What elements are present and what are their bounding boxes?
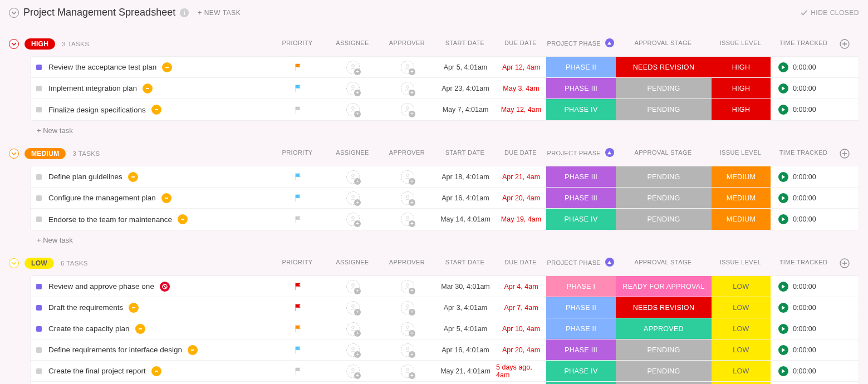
- assignee-placeholder-icon[interactable]: [346, 191, 360, 205]
- issue-level-cell[interactable]: LOW: [712, 361, 771, 381]
- header-assignee[interactable]: ASSIGNEE: [325, 149, 380, 156]
- new-task-row[interactable]: + New task: [9, 230, 859, 244]
- priority-flag-icon[interactable]: [270, 339, 326, 360]
- time-tracked-cell[interactable]: 0:00:00: [771, 339, 837, 360]
- approver-placeholder-icon[interactable]: [401, 213, 414, 226]
- priority-flag-icon[interactable]: [270, 209, 326, 230]
- project-phase-cell[interactable]: PHASE IV: [546, 361, 616, 381]
- priority-flag-icon[interactable]: [270, 297, 326, 318]
- approval-stage-cell[interactable]: PENDING: [616, 78, 712, 99]
- hide-closed-button[interactable]: HIDE CLOSED: [801, 9, 859, 17]
- info-icon[interactable]: i: [180, 8, 189, 17]
- time-tracked-cell[interactable]: 0:00:00: [771, 99, 837, 120]
- approver-cell[interactable]: [380, 166, 435, 187]
- header-time-tracked[interactable]: TIME TRACKED: [770, 259, 837, 265]
- due-date-cell[interactable]: Apr 12, 4am: [496, 57, 546, 77]
- time-tracked-cell[interactable]: 0:00:00: [771, 318, 837, 339]
- header-priority[interactable]: PRIORITY: [269, 259, 325, 265]
- header-start-date[interactable]: START DATE: [434, 40, 496, 46]
- play-icon[interactable]: [778, 62, 788, 72]
- time-tracked-cell[interactable]: 0:00:00: [771, 57, 837, 77]
- status-square-icon[interactable]: [36, 86, 42, 91]
- due-date-cell[interactable]: May 3, 4am: [496, 78, 546, 99]
- header-issue-level[interactable]: ISSUE LEVEL: [711, 259, 770, 265]
- header-due-date[interactable]: DUE DATE: [496, 40, 546, 46]
- priority-flag-icon[interactable]: [270, 166, 326, 187]
- assignee-placeholder-icon[interactable]: [346, 322, 360, 336]
- task-row[interactable]: Endorse to the team for maintenance May …: [31, 209, 859, 230]
- task-row[interactable]: Configure the management plan Apr 16, 4:…: [31, 188, 859, 209]
- time-tracked-cell[interactable]: 0:00:00: [771, 297, 837, 318]
- approval-stage-cell[interactable]: PENDING: [616, 99, 712, 120]
- start-date-cell[interactable]: Apr 16, 4:01am: [435, 188, 496, 208]
- task-row[interactable]: Review and approve phase one Mar 30, 4:0…: [31, 276, 859, 297]
- play-icon[interactable]: [778, 345, 788, 355]
- project-phase-cell[interactable]: PHASE II: [546, 297, 616, 318]
- header-approver[interactable]: APPROVER: [380, 259, 434, 265]
- play-icon[interactable]: [778, 214, 788, 224]
- assignee-placeholder-icon[interactable]: [346, 213, 360, 226]
- approval-stage-cell[interactable]: NEEDS REVISION: [616, 57, 712, 77]
- status-square-icon[interactable]: [36, 174, 42, 180]
- start-date-cell[interactable]: May 7, 4:01am: [435, 99, 496, 120]
- collapse-all-icon[interactable]: [9, 8, 19, 18]
- header-start-date[interactable]: START DATE: [434, 149, 496, 156]
- task-row[interactable]: Finalize design specifications May 7, 4:…: [31, 99, 859, 120]
- project-phase-cell[interactable]: PHASE II: [546, 318, 616, 339]
- approval-stage-cell[interactable]: PENDING: [616, 166, 712, 187]
- header-assignee[interactable]: ASSIGNEE: [325, 40, 380, 46]
- issue-level-cell[interactable]: LOW: [712, 382, 771, 384]
- header-time-tracked[interactable]: TIME TRACKED: [770, 40, 837, 46]
- approver-placeholder-icon[interactable]: [401, 301, 414, 314]
- header-time-tracked[interactable]: TIME TRACKED: [770, 149, 837, 156]
- project-phase-cell[interactable]: PHASE III: [546, 78, 616, 99]
- issue-level-cell[interactable]: HIGH: [712, 99, 771, 120]
- approver-cell[interactable]: [380, 318, 435, 339]
- minus-bubble-icon[interactable]: [151, 105, 161, 115]
- header-assignee[interactable]: ASSIGNEE: [325, 259, 380, 265]
- due-date-cell[interactable]: May 12, 4am: [496, 99, 546, 120]
- start-date-cell[interactable]: 3 days ago, 4:01am: [435, 382, 496, 384]
- minus-bubble-icon[interactable]: [161, 193, 171, 203]
- header-due-date[interactable]: DUE DATE: [496, 259, 546, 265]
- due-date-cell[interactable]: Apr 20, 4am: [496, 188, 546, 208]
- header-issue-level[interactable]: ISSUE LEVEL: [711, 40, 770, 46]
- approver-cell[interactable]: [380, 57, 435, 77]
- assignee-placeholder-icon[interactable]: [346, 365, 360, 378]
- status-square-icon[interactable]: [36, 65, 42, 70]
- due-date-cell[interactable]: 5 days ago, 4am: [496, 361, 546, 381]
- issue-level-cell[interactable]: LOW: [712, 276, 771, 297]
- time-tracked-cell[interactable]: 0:00:00: [771, 78, 837, 99]
- assignee-placeholder-icon[interactable]: [346, 61, 360, 74]
- header-issue-level[interactable]: ISSUE LEVEL: [711, 149, 770, 156]
- assignee-placeholder-icon[interactable]: [346, 280, 360, 293]
- status-square-icon[interactable]: [36, 368, 42, 374]
- project-phase-cell[interactable]: PHASE IV: [546, 99, 616, 120]
- start-date-cell[interactable]: Apr 23, 4:01am: [435, 78, 496, 99]
- priority-flag-icon[interactable]: [270, 99, 326, 120]
- due-date-cell[interactable]: Today, 4am: [496, 382, 546, 384]
- assignee-cell[interactable]: [326, 99, 380, 120]
- status-square-icon[interactable]: [36, 195, 42, 201]
- status-square-icon[interactable]: [36, 305, 42, 311]
- status-square-icon[interactable]: [36, 347, 42, 353]
- minus-bubble-icon[interactable]: [151, 366, 161, 376]
- minus-bubble-icon[interactable]: [129, 303, 139, 313]
- approver-placeholder-icon[interactable]: [401, 61, 414, 74]
- sort-asc-icon[interactable]: [605, 148, 614, 157]
- header-approver[interactable]: APPROVER: [380, 149, 434, 156]
- start-date-cell[interactable]: May 14, 4:01am: [435, 209, 496, 230]
- time-tracked-cell[interactable]: 0:00:00: [771, 209, 837, 230]
- task-name-text[interactable]: Endorse to the team for maintenance: [48, 215, 172, 224]
- assignee-cell[interactable]: [326, 276, 380, 297]
- new-task-row[interactable]: + New task: [9, 121, 859, 135]
- header-project-phase[interactable]: PROJECT PHASE: [546, 148, 615, 157]
- approval-stage-cell[interactable]: NEEDS REVISION: [616, 297, 712, 318]
- project-phase-cell[interactable]: PHASE III: [546, 188, 616, 208]
- task-row[interactable]: Create the capacity plan Apr 5, 4:01am A…: [31, 318, 859, 339]
- add-column-button[interactable]: [839, 38, 850, 50]
- header-project-phase[interactable]: PROJECT PHASE: [546, 258, 615, 267]
- issue-level-cell[interactable]: HIGH: [712, 78, 771, 99]
- task-name-text[interactable]: Create the final project report: [48, 367, 146, 375]
- play-icon[interactable]: [778, 172, 788, 182]
